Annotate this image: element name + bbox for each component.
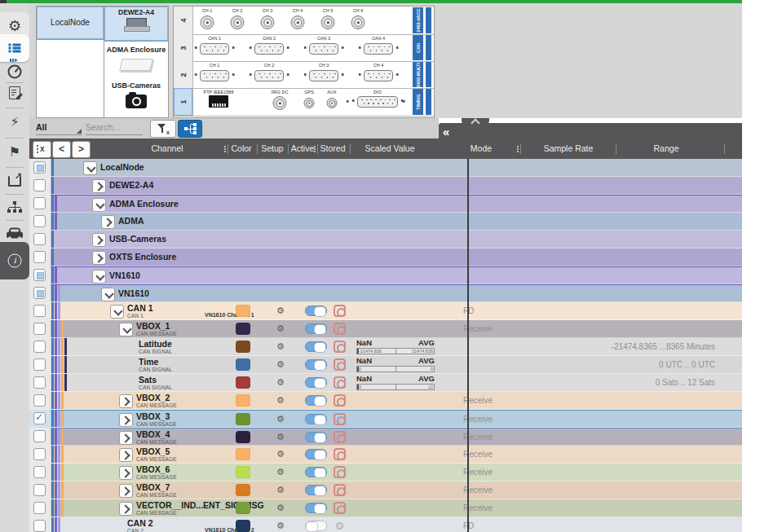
color-swatch[interactable] bbox=[236, 448, 250, 460]
column-header-setup[interactable]: Setup bbox=[261, 138, 283, 159]
expand-button[interactable] bbox=[101, 288, 115, 301]
active-toggle[interactable] bbox=[305, 432, 327, 442]
device-label-adma-enclosure[interactable]: ADMA Enclosure bbox=[104, 46, 168, 54]
setup-gear-icon[interactable]: ⚙ bbox=[276, 446, 285, 463]
table-row-oxts-enclosure[interactable]: OXTS Enclosure bbox=[51, 248, 742, 266]
range-value[interactable]: -21474.8365 ...8365 Minutes bbox=[506, 338, 715, 355]
setup-gear-icon[interactable]: ⚙ bbox=[276, 481, 285, 499]
expand-button[interactable] bbox=[101, 215, 115, 229]
row-checkbox[interactable] bbox=[33, 305, 46, 317]
expand-button[interactable] bbox=[119, 323, 133, 336]
slot-number-cell[interactable]: 3 bbox=[174, 34, 193, 61]
color-swatch[interactable] bbox=[236, 341, 250, 353]
active-toggle[interactable] bbox=[305, 521, 327, 531]
table-row-vbox-1[interactable]: VBOX_1CAN MESSAGE⚙Receive bbox=[51, 320, 742, 338]
stored-button[interactable] bbox=[334, 448, 346, 460]
row-checkbox[interactable] bbox=[33, 358, 46, 371]
active-toggle[interactable] bbox=[305, 449, 327, 459]
active-toggle[interactable] bbox=[305, 306, 327, 316]
expand-button[interactable] bbox=[119, 394, 133, 408]
filter-scope-dropdown[interactable]: All bbox=[36, 121, 82, 135]
stored-button[interactable] bbox=[334, 466, 346, 478]
setup-gear-icon[interactable]: ⚙ bbox=[276, 411, 285, 428]
column-header-sample-rate[interactable]: Sample Rate bbox=[544, 138, 594, 159]
setup-gear-icon[interactable]: ⚙ bbox=[276, 320, 285, 337]
sidebar-tab-events[interactable]: ⚑ bbox=[0, 138, 29, 166]
column-header-color[interactable]: Color bbox=[231, 138, 251, 159]
row-checkbox[interactable] bbox=[33, 215, 46, 227]
sidebar-tab-network[interactable] bbox=[0, 193, 29, 221]
setup-gear-icon[interactable]: ⚙ bbox=[276, 517, 285, 532]
expand-button[interactable] bbox=[92, 251, 106, 265]
column-header-stored[interactable]: Stored bbox=[320, 138, 346, 159]
expand-button[interactable] bbox=[119, 431, 133, 445]
expand-button[interactable] bbox=[119, 413, 133, 427]
table-row-vn1610[interactable]: VN1610 bbox=[51, 266, 742, 284]
column-splitter[interactable] bbox=[467, 159, 469, 532]
sidebar-tab-export[interactable]: ↗ bbox=[0, 167, 29, 195]
row-checkbox[interactable] bbox=[33, 376, 46, 389]
stored-button[interactable] bbox=[334, 394, 346, 407]
color-swatch[interactable] bbox=[236, 431, 250, 443]
sidebar-tab-system-info[interactable]: i bbox=[0, 242, 29, 279]
range-value[interactable]: 0 UTC .. 0 UTC bbox=[506, 356, 715, 373]
expand-button[interactable] bbox=[92, 198, 106, 212]
setup-gear-icon[interactable]: ⚙ bbox=[276, 374, 285, 391]
table-row-localnode[interactable]: LocalNode bbox=[51, 159, 742, 177]
row-checkbox[interactable] bbox=[33, 448, 46, 460]
topology-view-button[interactable] bbox=[178, 120, 202, 138]
row-checkbox[interactable] bbox=[33, 251, 46, 263]
expand-button[interactable] bbox=[119, 502, 133, 516]
color-swatch[interactable] bbox=[236, 376, 250, 389]
active-toggle[interactable] bbox=[305, 359, 327, 370]
stored-button[interactable] bbox=[334, 341, 346, 353]
clear-selection-button[interactable]: x bbox=[33, 141, 51, 158]
slot-number-cell[interactable]: 1 bbox=[174, 88, 193, 116]
sidebar-tab-reporting[interactable] bbox=[0, 79, 29, 107]
table-row-vbox-7[interactable]: VBOX_7CAN MESSAGE⚙Receive bbox=[51, 481, 742, 499]
system-box-dewe2a4[interactable]: DEWE2-A4 bbox=[104, 7, 168, 42]
expand-button[interactable] bbox=[83, 161, 97, 175]
active-toggle[interactable] bbox=[305, 341, 327, 352]
table-row-can-1[interactable]: CAN 1CAN 1VN1610 Channel 1⚙FD bbox=[51, 302, 742, 320]
expand-button[interactable] bbox=[92, 179, 106, 193]
stored-button[interactable] bbox=[336, 522, 343, 530]
color-swatch[interactable] bbox=[236, 520, 250, 532]
row-checkbox[interactable] bbox=[33, 430, 46, 442]
row-checkbox[interactable]: ✓ bbox=[33, 412, 46, 424]
color-swatch[interactable] bbox=[236, 466, 250, 478]
setup-gear-icon[interactable]: ⚙ bbox=[276, 499, 285, 517]
active-toggle[interactable] bbox=[305, 503, 327, 513]
stored-button[interactable] bbox=[334, 323, 346, 335]
sidebar-tab-trigger[interactable]: ⚡ bbox=[0, 108, 29, 136]
column-resize-dots[interactable] bbox=[314, 146, 316, 152]
table-row-vbox-4[interactable]: VBOX_4CAN MESSAGE⚙Receive bbox=[51, 428, 742, 446]
stored-button[interactable] bbox=[334, 502, 346, 514]
row-checkbox[interactable] bbox=[33, 233, 46, 245]
color-swatch[interactable] bbox=[236, 502, 250, 514]
color-swatch[interactable] bbox=[236, 323, 250, 335]
setup-gear-icon[interactable]: ⚙ bbox=[276, 464, 285, 481]
row-checkbox[interactable] bbox=[33, 323, 46, 335]
table-row-latitude[interactable]: LatitudeCAN SIGNAL⚙NaNAVG-21474.83621474… bbox=[51, 338, 742, 356]
color-swatch[interactable] bbox=[236, 484, 250, 496]
color-swatch[interactable] bbox=[236, 358, 250, 371]
column-header-active[interactable]: Active bbox=[291, 138, 315, 159]
stored-button[interactable] bbox=[334, 431, 346, 443]
collapse-columns-button[interactable]: « bbox=[443, 126, 449, 138]
table-row-can-2[interactable]: CAN 2CAN 2VN1610 Channel 2⚙FD bbox=[51, 517, 742, 532]
active-toggle[interactable] bbox=[305, 323, 327, 334]
row-checkbox[interactable] bbox=[33, 466, 46, 478]
setup-gear-icon[interactable]: ⚙ bbox=[276, 356, 285, 373]
active-toggle[interactable] bbox=[305, 377, 327, 388]
active-toggle[interactable] bbox=[305, 395, 327, 406]
table-row-dewe2-a4[interactable]: DEWE2-A4 bbox=[51, 177, 742, 195]
table-row-vbox-2[interactable]: VBOX_2CAN MESSAGE⚙Receive bbox=[51, 392, 742, 410]
row-checkbox[interactable] bbox=[33, 520, 46, 532]
setup-gear-icon[interactable]: ⚙ bbox=[276, 302, 285, 319]
row-checkbox[interactable] bbox=[33, 394, 46, 407]
active-toggle[interactable] bbox=[305, 467, 327, 477]
row-checkbox[interactable] bbox=[33, 269, 46, 281]
setup-gear-icon[interactable]: ⚙ bbox=[276, 338, 285, 355]
stored-button[interactable] bbox=[334, 358, 346, 371]
